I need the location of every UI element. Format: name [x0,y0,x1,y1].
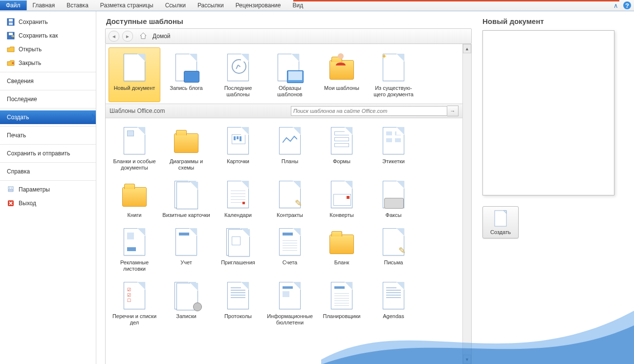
template-category-tile[interactable]: Календари [213,175,263,222]
sidebar-share[interactable]: Сохранить и отправить [0,147,96,160]
category-icon [119,226,150,257]
category-label: Учет [161,259,212,266]
nav-fwd-button[interactable]: ► [122,31,133,42]
category-label: Планировщики [316,313,367,320]
svg-rect-11 [495,211,506,226]
template-category-tile[interactable]: Карточки [213,121,263,175]
sidebar-label: Закрыть [19,60,41,66]
template-category-tile[interactable]: Agendas [368,276,419,330]
template-category-tile[interactable]: Протоколы [213,276,263,330]
template-tile[interactable]: Запись блога [161,48,212,102]
category-icon [222,226,254,257]
home-icon[interactable] [139,31,148,42]
category-icon [274,280,306,311]
tab-insert[interactable]: Вставка [61,0,94,10]
svg-rect-2 [9,22,13,25]
tab-mailings[interactable]: Рассылки [192,0,230,10]
template-category-tile[interactable]: Записки [161,276,212,330]
help-icon[interactable]: ? [623,1,631,9]
template-category-tile[interactable]: Формы [316,121,367,175]
sidebar-save-as[interactable]: Сохранить как [0,29,96,43]
scroll-down-button[interactable]: ▼ [463,355,471,364]
category-icon [171,280,202,311]
category-icon [119,125,150,156]
svg-point-8 [11,188,12,189]
template-category-tile[interactable]: Счета [264,222,315,276]
sidebar-label: Сведения [7,78,34,85]
svg-text:✕: ✕ [11,61,15,65]
category-icon [326,179,357,210]
svg-rect-1 [9,19,13,21]
template-tile[interactable]: Новый документ [109,47,160,102]
category-icon [222,179,254,210]
template-category-tile[interactable]: Книги [109,175,160,222]
tab-file[interactable]: Файл [0,0,27,10]
category-icon: ☑☑☐ [119,280,150,311]
template-category-tile[interactable]: Бланки и особые документы [109,121,160,175]
window-accent-line [293,0,619,1]
search-templates-input[interactable] [291,106,447,116]
sidebar-options[interactable]: Параметры [0,183,96,196]
sidebar-close[interactable]: ✕ Закрыть [0,56,96,70]
template-category-tile[interactable]: ✎Письма [368,222,419,276]
category-label: Agendas [368,313,419,320]
category-icon [326,226,357,257]
category-label: Рекламные листовки [109,259,160,272]
nav-back-button[interactable]: ◄ [109,31,119,42]
template-icon [274,52,306,83]
sidebar-label: Справка [7,168,30,175]
template-category-tile[interactable]: Этикетки [368,121,419,175]
template-category-tile[interactable]: Визитные карточки [161,175,212,222]
sidebar-help[interactable]: Справка [0,165,96,178]
tab-home[interactable]: Главная [27,0,61,10]
template-category-tile[interactable]: Приглашения [213,222,263,276]
template-category-tile[interactable]: Информационные бюллетени [264,276,315,330]
template-category-tile[interactable]: Факсы [368,175,419,222]
category-icon [119,179,150,210]
scroll-up-button[interactable]: ▲ [463,44,471,53]
sidebar-exit[interactable]: Выход [0,196,96,210]
templates-gallery: Новый документЗапись блогаПоследние шабл… [106,44,462,364]
category-icon [171,125,202,156]
sidebar-new[interactable]: Создать [0,110,96,124]
template-category-tile[interactable]: Планы [264,121,315,175]
breadcrumb-home[interactable]: Домой [153,33,171,40]
template-category-tile[interactable]: ☑☑☐Перечни и списки дел [109,276,160,330]
office-templates-section: Шаблоны Office.com → [106,104,462,118]
template-tile[interactable]: Мои шаблоны [316,48,367,102]
category-label: Календари [213,212,263,218]
category-icon [222,125,254,156]
sidebar-info[interactable]: Сведения [0,74,96,88]
sidebar-print[interactable]: Печать [0,128,96,142]
category-label: Бланк [316,259,367,266]
create-button[interactable]: Создать [482,206,519,238]
tab-view[interactable]: Вид [286,0,309,10]
template-category-tile[interactable]: Учет [161,222,212,276]
template-tile[interactable]: ✦Из существую-щего документа [368,48,419,102]
gallery-scrollbar[interactable]: ▲ ▼ [462,44,471,364]
sidebar-label: Сохранить как [19,32,58,39]
minimize-ribbon-icon[interactable]: ∧ [612,1,620,10]
sidebar-label: Печать [7,132,26,139]
template-tile[interactable]: Последние шаблоны [213,48,263,102]
search-go-button[interactable]: → [447,106,459,116]
tab-page-layout[interactable]: Разметка страницы [94,0,159,10]
category-icon [274,125,306,156]
tab-references[interactable]: Ссылки [159,0,192,10]
category-icon: ✎ [378,226,409,257]
template-category-tile[interactable]: ✎Контракты [264,175,315,222]
sidebar-open[interactable]: Открыть [0,43,96,56]
template-category-tile[interactable]: Конверты [316,175,367,222]
template-tile[interactable]: Образцы шаблонов [264,48,315,102]
sidebar-recent[interactable]: Последние [0,92,96,106]
preview-title: Новый документ [482,17,625,25]
category-icon [378,125,409,156]
category-label: Этикетки [368,158,419,165]
template-category-tile[interactable]: Планировщики [316,276,367,330]
template-category-tile[interactable]: Бланк [316,222,367,276]
template-category-tile[interactable]: Диаграммы и схемы [161,121,212,175]
sidebar-save[interactable]: Сохранить [0,15,96,29]
tab-review[interactable]: Рецензирование [230,0,287,10]
template-category-tile[interactable]: Рекламные листовки [109,222,160,276]
category-label: Карточки [213,158,263,165]
